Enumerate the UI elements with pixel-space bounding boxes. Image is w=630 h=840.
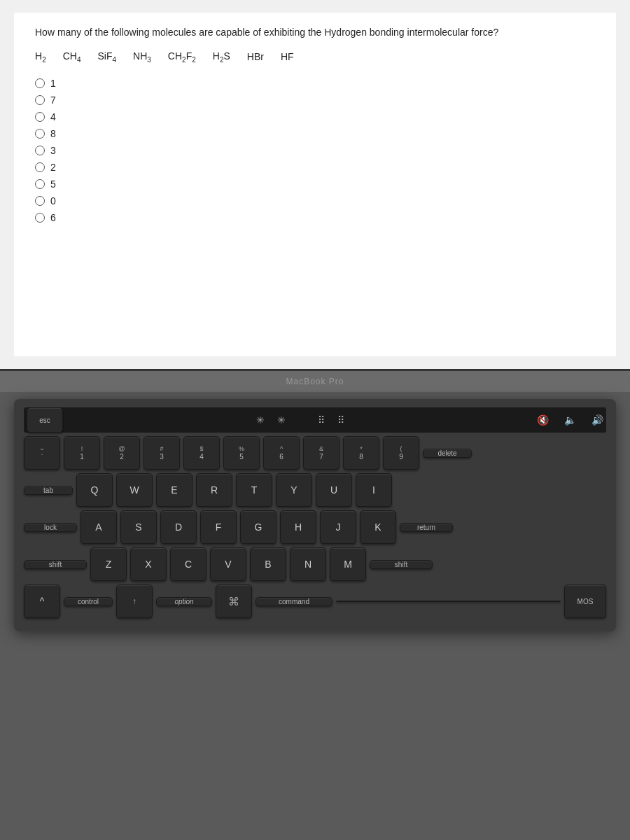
key-r[interactable]: R <box>196 473 232 507</box>
key-7[interactable]: & 7 <box>303 436 340 470</box>
molecules-row: H2 CH4 SiF4 NH3 CH2F2 H2S HBr HF <box>35 50 595 64</box>
key-delete[interactable]: delete <box>423 449 472 458</box>
key-control[interactable]: control <box>64 597 113 606</box>
key-v[interactable]: V <box>210 547 246 581</box>
option-3[interactable]: 3 <box>35 145 595 156</box>
key-f[interactable]: F <box>200 510 237 544</box>
option-4[interactable]: 4 <box>35 111 595 122</box>
radio-1[interactable] <box>35 78 45 88</box>
radio-6[interactable] <box>35 213 45 223</box>
molecule-sif4: SiF4 <box>97 50 116 64</box>
key-shift-left[interactable]: shift <box>24 560 87 569</box>
key-command-symbol[interactable]: ⌘ <box>216 584 252 618</box>
radio-3[interactable] <box>35 146 45 155</box>
key-u[interactable]: U <box>316 473 352 507</box>
key-a[interactable]: A <box>80 510 117 544</box>
brightness-up-icon: ✳ <box>277 414 286 426</box>
option-8[interactable]: 8 <box>35 128 595 139</box>
keyboard-brightness-up-icon: ⠿ <box>337 414 344 426</box>
molecule-h2: H2 <box>35 50 46 64</box>
key-mos[interactable]: MOS <box>564 584 606 618</box>
bottom-row: ^ control ↑ option ⌘ command MOS <box>24 584 606 618</box>
key-4[interactable]: $ 4 <box>183 436 220 470</box>
molecule-hbr: HBr <box>247 51 264 62</box>
molecule-h2s: H2S <box>213 50 230 64</box>
option-1[interactable]: 1 <box>35 78 595 89</box>
option-0[interactable]: 0 <box>35 195 595 206</box>
key-m[interactable]: M <box>330 547 366 581</box>
macbook-pro-label: MacBook Pro <box>286 377 344 386</box>
key-z[interactable]: Z <box>90 547 127 581</box>
screen: How many of the following molecules are … <box>0 0 630 371</box>
key-s[interactable]: S <box>120 510 157 544</box>
key-9[interactable]: ( 9 <box>383 436 419 470</box>
key-c[interactable]: C <box>170 547 206 581</box>
key-d[interactable]: D <box>160 510 197 544</box>
zxcv-row: shift Z X C V B N M shift <box>24 547 606 581</box>
key-y[interactable]: Y <box>276 473 312 507</box>
volume-up-icon: 🔊 <box>592 414 603 426</box>
key-k[interactable]: K <box>360 510 396 544</box>
radio-0[interactable] <box>35 196 45 206</box>
key-w[interactable]: W <box>116 473 153 507</box>
mute-icon: 🔇 <box>537 414 549 426</box>
key-command[interactable]: command <box>255 597 332 606</box>
touch-bar: esc ✳ ✳ ⠿ ⠿ 🔇 🔈 🔊 <box>24 407 606 433</box>
key-8[interactable]: * 8 <box>343 436 379 470</box>
key-t[interactable]: T <box>236 473 272 507</box>
option-6[interactable]: 6 <box>35 212 595 223</box>
qwerty-row: tab Q W E R T Y U I <box>24 473 606 507</box>
molecule-ch2f2: CH2F2 <box>168 50 196 64</box>
key-option[interactable]: option <box>156 597 212 606</box>
key-5[interactable]: % 5 <box>223 436 260 470</box>
option-5[interactable]: 5 <box>35 178 595 190</box>
options-list: 1 7 4 8 3 2 5 <box>35 78 595 223</box>
key-g[interactable]: G <box>240 510 276 544</box>
key-n[interactable]: N <box>290 547 326 581</box>
key-b[interactable]: B <box>250 547 286 581</box>
key-6[interactable]: ^ 6 <box>263 436 300 470</box>
key-h[interactable]: H <box>280 510 316 544</box>
option-7[interactable]: 7 <box>35 94 595 106</box>
keyboard-brightness-down-icon: ⠿ <box>318 414 325 426</box>
radio-4[interactable] <box>35 112 45 122</box>
radio-7[interactable] <box>35 95 45 105</box>
key-2[interactable]: @ 2 <box>104 436 140 470</box>
keyboard-area: esc ✳ ✳ ⠿ ⠿ 🔇 🔈 🔊 ~ ` <box>0 392 630 840</box>
key-esc[interactable]: esc <box>27 407 63 433</box>
key-j[interactable]: J <box>320 510 356 544</box>
key-tab[interactable]: tab <box>24 486 73 495</box>
option-2[interactable]: 2 <box>35 162 595 173</box>
key-enter[interactable]: return <box>400 523 453 532</box>
volume-down-icon: 🔈 <box>564 414 576 426</box>
key-x[interactable]: X <box>130 547 167 581</box>
radio-2[interactable] <box>35 162 45 172</box>
asdf-row: lock A S D F G H J K return <box>24 510 606 544</box>
radio-5[interactable] <box>35 179 45 189</box>
molecule-nh3: NH3 <box>133 50 151 64</box>
brightness-down-icon: ✳ <box>256 414 265 426</box>
molecule-ch4: CH4 <box>63 50 81 64</box>
key-q[interactable]: Q <box>76 473 113 507</box>
keyboard: esc ✳ ✳ ⠿ ⠿ 🔇 🔈 🔊 ~ ` <box>14 399 616 631</box>
radio-8[interactable] <box>35 129 45 139</box>
key-e[interactable]: E <box>156 473 192 507</box>
key-caret[interactable]: ^ <box>24 584 60 618</box>
key-spacebar[interactable] <box>336 601 561 602</box>
key-3[interactable]: # 3 <box>144 436 180 470</box>
key-1[interactable]: ! 1 <box>64 436 100 470</box>
screen-content: How many of the following molecules are … <box>14 13 616 356</box>
key-shift-right[interactable]: shift <box>370 560 433 569</box>
key-caps-lock[interactable]: lock <box>24 523 77 532</box>
number-row: ~ ` ! 1 @ 2 # 3 <box>24 436 606 470</box>
key-backtick[interactable]: ~ ` <box>24 436 60 470</box>
key-fn-arrow[interactable]: ↑ <box>116 584 153 618</box>
molecule-hf: HF <box>281 51 294 62</box>
key-i[interactable]: I <box>356 473 392 507</box>
question-text: How many of the following molecules are … <box>35 27 595 38</box>
